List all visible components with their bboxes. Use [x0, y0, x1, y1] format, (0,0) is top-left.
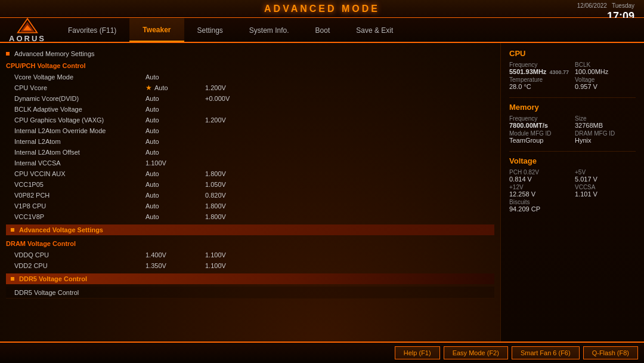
ddr5-voltage-header: DDR5 Voltage Control [6, 273, 494, 284]
table-row[interactable]: Internal VCCSA 1.100V [6, 158, 494, 168]
cpu-bclk-value: 100.00MHz [575, 68, 636, 75]
table-row[interactable]: BCLK Adaptive Voltage Auto [6, 104, 494, 115]
content-area: Advanced Memory Settings CPU/PCH Voltage… [0, 43, 644, 342]
p5v-label: +5V [575, 169, 636, 176]
mem-size-value: 32768MB [575, 122, 636, 129]
dram-mfg-label: DRAM MFG ID [575, 130, 636, 137]
cpu-voltage-label: Voltage [575, 76, 636, 83]
tab-save-exit[interactable]: Save & Exit [343, 18, 406, 42]
mem-size-label: Size [575, 115, 636, 122]
cpu-info-grid: Frequency 5501.93MHz 4300.77 BCLK 100.00… [509, 61, 636, 90]
bullet-icon [11, 277, 14, 281]
logo-text: AORUS [9, 34, 46, 43]
adv-voltage-header: Advanced Voltage Settings [6, 224, 494, 235]
nav-tabs: Favorites (F11) Tweaker Settings System … [55, 18, 644, 42]
cpu-section-title: CPU [509, 49, 636, 58]
tab-sysinfo[interactable]: System Info. [236, 18, 302, 42]
table-row[interactable]: VDD2 CPU 1.350V 1.100V [6, 260, 494, 271]
voltage-section-title: Voltage [509, 156, 636, 165]
tab-tweaker[interactable]: Tweaker [129, 18, 184, 42]
qflash-button[interactable]: Q-Flash (F8) [583, 346, 638, 359]
pch-value: 0.814 V [509, 176, 570, 183]
main-wrapper: ADVANCED MODE 12/06/2022 Tuesday 17:09 A… [0, 0, 644, 363]
cpu-pch-group-label: CPU/PCH Voltage Control [6, 62, 494, 69]
table-row[interactable]: DDR5 Voltage Control [6, 287, 494, 299]
bullet-icon [6, 52, 10, 56]
cpu-temp-value: 28.0 °C [509, 83, 570, 90]
tab-settings[interactable]: Settings [184, 18, 236, 42]
dram-mfg-value: Hynix [575, 137, 636, 144]
biscuits-label: Biscuits [509, 199, 570, 205]
vccsa-label: VCCSA [575, 184, 636, 190]
vccsa-value: 1.101 V [575, 190, 636, 198]
mem-freq-label: Frequency [509, 115, 570, 122]
ddr5-voltage-label: DDR5 Voltage Control [19, 275, 87, 282]
tab-favorites[interactable]: Favorites (F11) [55, 18, 129, 42]
tab-boot[interactable]: Boot [302, 18, 343, 42]
adv-memory-label: Advanced Memory Settings [14, 50, 95, 57]
table-row[interactable]: Internal L2Atom Auto [6, 136, 494, 147]
memory-section-title: Memory [509, 103, 636, 112]
bullet-icon [11, 228, 14, 232]
table-row[interactable]: VCC1V8P Auto 1.800V [6, 211, 494, 222]
easy-mode-button[interactable]: Easy Mode (F2) [444, 346, 508, 359]
p12v-label: +12V [509, 184, 570, 190]
table-row[interactable]: VCC1P05 Auto 1.050V [6, 179, 494, 190]
adv-memory-header: Advanced Memory Settings [6, 50, 494, 57]
cpu-voltage-value: 0.957 V [575, 83, 636, 90]
header-title: ADVANCED MODE [264, 4, 380, 14]
mem-freq-value: 7800.00MT/s [509, 122, 570, 129]
p5v-value: 5.017 V [575, 176, 636, 183]
biscuits-value: 94.209 CP [509, 205, 570, 213]
table-row[interactable]: CPU Vcore ★Auto 1.200V [6, 82, 494, 93]
help-button[interactable]: Help (F1) [395, 346, 440, 359]
smart-fan-button[interactable]: Smart Fan 6 (F6) [512, 346, 580, 359]
table-row[interactable]: V1P8 CPU Auto 1.800V [6, 201, 494, 211]
memory-info-grid: Frequency 7800.00MT/s Size 32768MB Modul… [509, 115, 636, 144]
divider [509, 151, 636, 152]
nav-bar: AORUS Favorites (F11) Tweaker Settings S… [0, 18, 644, 43]
module-mfg-label: Module MFG ID [509, 130, 570, 137]
voltage-info-grid: PCH 0.82V 0.814 V +5V 5.017 V +12V 12.25… [509, 169, 636, 213]
p12v-value: 12.258 V [509, 190, 570, 198]
adv-voltage-label: Advanced Voltage Settings [19, 226, 103, 233]
table-row[interactable]: VDDQ CPU 1.400V 1.100V [6, 250, 494, 260]
cpu-freq-label: Frequency [509, 61, 570, 68]
dram-voltage-group-label: DRAM Voltage Control [6, 240, 494, 247]
table-row[interactable]: Internal L2Atom Override Mode Auto [6, 125, 494, 136]
logo-area: AORUS [6, 17, 49, 43]
cpu-bclk-label: BCLK [575, 61, 636, 68]
table-row[interactable]: CPU Graphics Voltage (VAXG) Auto 1.200V [6, 115, 494, 125]
table-row[interactable]: Dynamic Vcore(DVID) Auto +0.000V [6, 93, 494, 104]
cpu-temp-label: Temperature [509, 76, 570, 83]
cpu-freq-value: 5501.93MHz 4300.77 [509, 68, 570, 75]
pch-label: PCH 0.82V [509, 169, 570, 176]
divider [509, 97, 636, 98]
table-row[interactable]: V0P82 PCH Auto 0.820V [6, 190, 494, 201]
date-line: 12/06/2022 Tuesday [577, 2, 634, 9]
table-row[interactable]: Vcore Voltage Mode Auto [6, 72, 494, 82]
left-panel: Advanced Memory Settings CPU/PCH Voltage… [0, 43, 501, 342]
table-row[interactable]: CPU VCCIN AUX Auto 1.800V [6, 168, 494, 179]
bottom-bar: Help (F1) Easy Mode (F2) Smart Fan 6 (F6… [0, 342, 644, 363]
table-row[interactable]: Internal L2Atom Offset Auto [6, 147, 494, 158]
aorus-logo-icon [17, 17, 38, 34]
module-mfg-value: TeamGroup [509, 137, 570, 144]
right-panel: CPU Frequency 5501.93MHz 4300.77 BCLK 10… [501, 43, 644, 342]
top-header: ADVANCED MODE 12/06/2022 Tuesday 17:09 [0, 0, 644, 18]
